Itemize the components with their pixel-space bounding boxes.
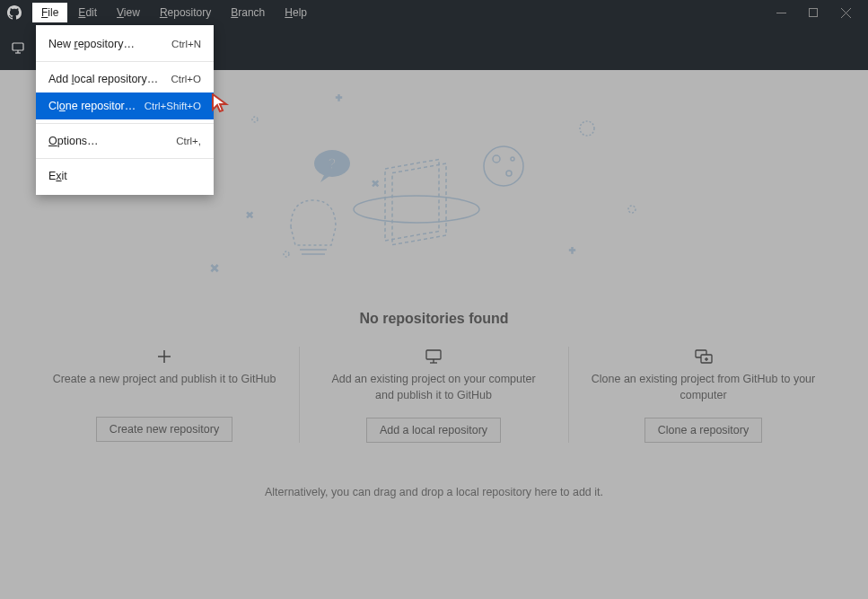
menu-help[interactable]: Help bbox=[276, 3, 316, 22]
github-logo-icon bbox=[7, 5, 22, 20]
file-menu-dropdown: New repository… Ctrl+N Add local reposit… bbox=[36, 25, 214, 195]
titlebar: File Edit View Repository Branch Help bbox=[0, 0, 868, 25]
close-button[interactable] bbox=[839, 6, 852, 19]
menu-view[interactable]: View bbox=[108, 3, 149, 22]
menu-new-repository[interactable]: New repository… Ctrl+N bbox=[36, 31, 214, 57]
shortcut-text: Ctrl+O bbox=[171, 74, 201, 84]
maximize-button[interactable] bbox=[807, 6, 820, 19]
shortcut-text: Ctrl+N bbox=[171, 39, 201, 49]
menu-edit[interactable]: Edit bbox=[69, 3, 106, 22]
menu-branch[interactable]: Branch bbox=[222, 3, 274, 22]
cursor-pointer-icon bbox=[210, 93, 230, 117]
minimize-button[interactable] bbox=[775, 6, 787, 19]
menu-repository[interactable]: Repository bbox=[151, 3, 220, 22]
repo-selector[interactable] bbox=[11, 40, 25, 55]
menubar: File Edit View Repository Branch Help bbox=[32, 3, 316, 22]
menu-options[interactable]: Options… Ctrl+, bbox=[36, 128, 214, 154]
shortcut-text: Ctrl+Shift+O bbox=[145, 101, 201, 111]
svg-rect-1 bbox=[810, 9, 818, 17]
window-controls bbox=[775, 6, 861, 19]
menu-separator bbox=[36, 61, 214, 62]
svg-rect-4 bbox=[13, 43, 23, 50]
menu-exit[interactable]: Exit bbox=[36, 163, 214, 189]
menu-clone-repository[interactable]: Clone repositor… Ctrl+Shift+O bbox=[36, 92, 214, 119]
menu-add-local-repository[interactable]: Add local repository… Ctrl+O bbox=[36, 66, 214, 92]
menu-separator bbox=[36, 123, 214, 124]
monitor-small-icon bbox=[11, 40, 25, 55]
menu-file[interactable]: File bbox=[32, 3, 67, 22]
menu-separator bbox=[36, 158, 214, 159]
shortcut-text: Ctrl+, bbox=[176, 136, 201, 146]
